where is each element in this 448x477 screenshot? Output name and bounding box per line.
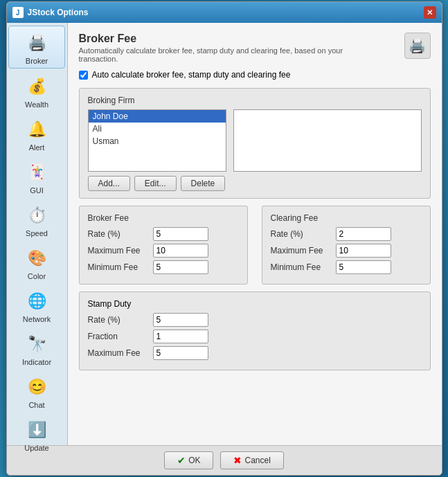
sidebar-item-broker[interactable]: 🖨️ Broker: [8, 26, 65, 69]
section-desc: Automatically calculate broker fee, stam…: [79, 46, 384, 63]
cancel-label: Cancel: [244, 456, 270, 465]
stamp-max-input[interactable]: [153, 346, 208, 360]
stamp-fraction-label: Fraction: [88, 332, 149, 341]
broker-list[interactable]: John Doe Ali Usman: [88, 109, 226, 172]
cancel-button[interactable]: ✖ Cancel: [220, 451, 283, 469]
ok-check-icon: ✔: [177, 455, 186, 466]
broker-rate-row: Rate (%): [88, 227, 239, 241]
stamp-duty-panel: Stamp Duty Rate (%) Fraction Maximum Fee: [79, 291, 431, 370]
gui-icon: 🃏: [24, 160, 49, 185]
clearing-min-label: Minimum Fee: [271, 262, 332, 272]
broking-firm-panel: Broking Firm John Doe Ali Usman Add... E…: [79, 88, 431, 199]
broker-item-johndoe[interactable]: John Doe: [89, 110, 226, 123]
content-area: Broker Fee Automatically calculate broke…: [68, 23, 442, 445]
footer: ✔ OK ✖ Cancel: [7, 445, 442, 475]
update-icon: ⬇️: [24, 417, 49, 442]
broker-fee-panel: Broker Fee Rate (%) Maximum Fee Minimum …: [79, 206, 248, 285]
sidebar-item-chat[interactable]: 😊 Chat: [8, 370, 65, 412]
broker-min-label: Minimum Fee: [88, 262, 149, 272]
speed-icon: ⏱️: [24, 203, 49, 228]
clearing-fee-panel: Clearing Fee Rate (%) Maximum Fee Minimu…: [262, 206, 431, 285]
main-content: 🖨️ Broker 💰 Wealth 🔔 Alert 🃏 GUI ⏱️ Spee…: [7, 23, 442, 445]
add-button[interactable]: Add...: [88, 176, 130, 191]
clearing-max-input[interactable]: [336, 244, 391, 258]
sidebar-label-color: Color: [28, 272, 46, 280]
broker-min-row: Minimum Fee: [88, 260, 239, 274]
sidebar-label-alert: Alert: [29, 143, 45, 152]
sidebar-label-speed: Speed: [26, 229, 48, 237]
sidebar-label-network: Network: [23, 315, 51, 323]
section-header: Broker Fee Automatically calculate broke…: [79, 33, 431, 63]
stamp-rate-input[interactable]: [153, 313, 208, 327]
fee-grid: Broker Fee Rate (%) Maximum Fee Minimum …: [79, 206, 431, 291]
broker-max-row: Maximum Fee: [88, 244, 239, 258]
ok-label: OK: [188, 456, 200, 465]
sidebar-item-wealth[interactable]: 💰 Wealth: [8, 70, 65, 111]
broker-max-input[interactable]: [153, 244, 208, 258]
indicator-icon: 🔭: [24, 332, 49, 357]
stamp-max-row: Maximum Fee: [88, 346, 422, 360]
clearing-rate-row: Rate (%): [271, 227, 422, 241]
stamp-max-label: Maximum Fee: [88, 348, 149, 358]
sidebar-item-speed[interactable]: ⏱️ Speed: [8, 199, 65, 240]
sidebar-label-gui: GUI: [30, 186, 44, 195]
stamp-fraction-input[interactable]: [153, 330, 208, 343]
clearing-fee-title: Clearing Fee: [271, 213, 422, 223]
sidebar-label-wealth: Wealth: [25, 100, 48, 109]
title-bar: J JStock Options ✕: [7, 2, 442, 23]
chat-icon: 😊: [24, 375, 49, 399]
auto-calc-label: Auto calculate broker fee, stamp duty an…: [92, 70, 291, 80]
broker-fee-icon: 🖨️: [404, 33, 431, 59]
clearing-min-input[interactable]: [336, 260, 391, 274]
app-icon: J: [12, 7, 24, 18]
clearing-rate-input[interactable]: [336, 227, 391, 241]
sidebar-label-update: Update: [24, 444, 48, 452]
broker-max-label: Maximum Fee: [88, 246, 149, 255]
broker-rate-label: Rate (%): [88, 229, 149, 239]
window-title: JStock Options: [28, 8, 89, 17]
delete-button[interactable]: Delete: [181, 176, 226, 191]
sidebar-item-gui[interactable]: 🃏 GUI: [8, 156, 65, 197]
broker-item-usman[interactable]: Usman: [89, 135, 226, 147]
sidebar-label-chat: Chat: [28, 401, 44, 409]
broker-rate-input[interactable]: [153, 227, 208, 241]
broker-item-ali[interactable]: Ali: [89, 123, 226, 135]
broking-firm-title: Broking Firm: [88, 96, 422, 105]
clearing-max-row: Maximum Fee: [271, 244, 422, 258]
sidebar-label-indicator: Indicator: [22, 358, 51, 366]
section-header-text: Broker Fee Automatically calculate broke…: [79, 33, 384, 63]
stamp-duty-title: Stamp Duty: [88, 299, 422, 309]
broker-buttons: Add... Edit... Delete: [88, 176, 422, 191]
main-window: J JStock Options ✕ 🖨️ Broker 💰 Wealth 🔔 …: [6, 1, 442, 476]
color-icon: 🎨: [24, 246, 49, 271]
sidebar-item-update[interactable]: ⬇️ Update: [8, 413, 65, 455]
auto-calc-checkbox[interactable]: [79, 71, 88, 80]
broking-area: John Doe Ali Usman: [88, 109, 422, 172]
edit-button[interactable]: Edit...: [134, 176, 177, 191]
stamp-rate-row: Rate (%): [88, 313, 422, 327]
auto-calc-row: Auto calculate broker fee, stamp duty an…: [79, 70, 431, 80]
wealth-icon: 💰: [24, 74, 49, 99]
clearing-min-row: Minimum Fee: [271, 260, 422, 274]
sidebar: 🖨️ Broker 💰 Wealth 🔔 Alert 🃏 GUI ⏱️ Spee…: [7, 23, 68, 445]
broker-min-input[interactable]: [153, 260, 208, 274]
broker-icon: 🖨️: [24, 30, 49, 55]
clearing-max-label: Maximum Fee: [271, 246, 332, 255]
network-icon: 🌐: [24, 289, 49, 314]
alert-icon: 🔔: [24, 117, 49, 142]
sidebar-item-indicator[interactable]: 🔭 Indicator: [8, 327, 65, 369]
ok-button[interactable]: ✔ OK: [164, 451, 213, 469]
section-title: Broker Fee: [79, 33, 384, 45]
broker-fee-title: Broker Fee: [88, 213, 239, 223]
close-button[interactable]: ✕: [424, 6, 436, 19]
sidebar-item-alert[interactable]: 🔔 Alert: [8, 113, 65, 154]
stamp-rate-label: Rate (%): [88, 315, 149, 325]
cancel-cross-icon: ✖: [233, 455, 242, 466]
sidebar-item-network[interactable]: 🌐 Network: [8, 285, 65, 326]
sidebar-item-color[interactable]: 🎨 Color: [8, 242, 65, 283]
broker-detail-box: [233, 109, 422, 172]
title-bar-left: J JStock Options: [12, 7, 89, 18]
stamp-fraction-row: Fraction: [88, 330, 422, 343]
sidebar-label-broker: Broker: [26, 57, 48, 65]
clearing-rate-label: Rate (%): [271, 229, 332, 239]
